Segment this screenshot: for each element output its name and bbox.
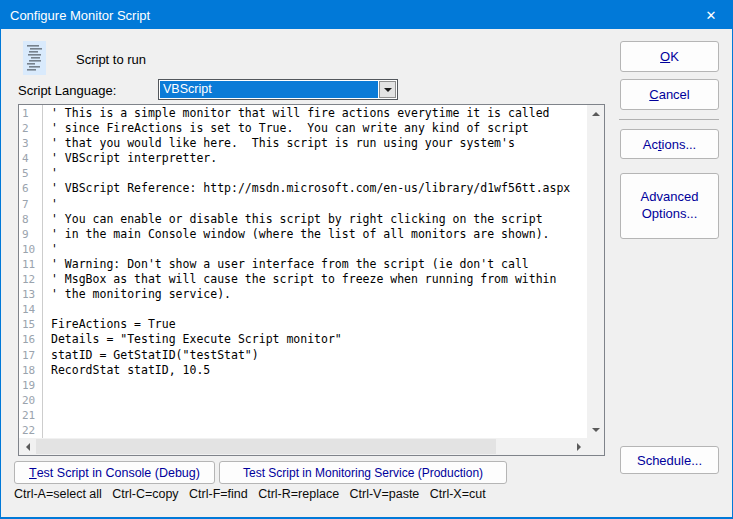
- scroll-up-icon: [592, 112, 600, 116]
- scroll-left-button[interactable]: [19, 438, 36, 455]
- scroll-right-icon: [577, 443, 581, 451]
- line-number: 18: [19, 363, 42, 378]
- horizontal-scroll-thumb[interactable]: [36, 439, 496, 454]
- line-number: 9: [19, 227, 42, 242]
- code-line: [51, 423, 587, 438]
- code-line: ' VBScript interpretter.: [51, 151, 587, 166]
- actions-button[interactable]: Actions...: [620, 129, 719, 159]
- horizontal-scrollbar[interactable]: [19, 438, 587, 455]
- line-number: 4: [19, 151, 42, 166]
- code-line: RecordStat statID, 10.5: [51, 363, 587, 378]
- line-number: 11: [19, 257, 42, 272]
- line-number: 22: [19, 423, 42, 438]
- selected-language: VBScript: [160, 81, 378, 98]
- keyboard-shortcuts-hint: Ctrl-A=select all Ctrl-C=copy Ctrl-F=fin…: [14, 487, 486, 501]
- line-number: 21: [19, 408, 42, 423]
- code-line: ' the monitoring service).: [51, 287, 587, 302]
- test-script-console-button[interactable]: Test Script in Console (Debug): [14, 461, 215, 484]
- line-number: 15: [19, 317, 42, 332]
- scrollbar-corner: [587, 438, 604, 455]
- code-lines[interactable]: ' This is a simple monitor that will fir…: [44, 105, 587, 438]
- line-number: 20: [19, 393, 42, 408]
- line-number: 2: [19, 121, 42, 136]
- code-line: Details = "Testing Execute Script monito…: [51, 332, 587, 347]
- code-line: ' in the main Console window (where the …: [51, 227, 587, 242]
- scroll-right-button[interactable]: [570, 438, 587, 455]
- code-line: ' This is a simple monitor that will fir…: [51, 106, 587, 121]
- code-line: ' You can enable or disable this script …: [51, 212, 587, 227]
- dropdown-button[interactable]: [379, 81, 396, 98]
- code-line: FireActions = True: [51, 317, 587, 332]
- script-language-label: Script Language:: [18, 83, 116, 98]
- code-line: ' since FireActions is set to True. You …: [51, 121, 587, 136]
- line-number: 14: [19, 302, 42, 317]
- vertical-scrollbar[interactable]: [587, 105, 604, 438]
- ok-button[interactable]: OK: [620, 41, 719, 72]
- script-language-select[interactable]: VBScript: [158, 79, 398, 100]
- window-title: Configure Monitor Script: [1, 8, 150, 23]
- configure-monitor-script-dialog: Configure Monitor Script ✕ Script to run…: [0, 0, 733, 519]
- scroll-left-icon: [26, 443, 30, 451]
- line-number: 16: [19, 332, 42, 347]
- line-number: 13: [19, 287, 42, 302]
- line-number: 3: [19, 136, 42, 151]
- line-number: 5: [19, 166, 42, 181]
- advanced-options-button[interactable]: Advanced Options...: [620, 173, 719, 239]
- line-number: 1: [19, 106, 42, 121]
- code-line: [51, 378, 587, 393]
- cancel-button[interactable]: Cancel: [620, 79, 719, 110]
- code-line: ': [51, 242, 587, 257]
- line-number: 6: [19, 181, 42, 196]
- script-to-run-label: Script to run: [76, 52, 146, 67]
- side-separator: [619, 119, 719, 120]
- code-line: ' VBScript Reference: http://msdn.micros…: [51, 181, 587, 196]
- line-number-gutter: 12345678910111213141516171819202122: [19, 105, 43, 438]
- script-editor[interactable]: 12345678910111213141516171819202122 ' Th…: [18, 104, 605, 456]
- line-number: 8: [19, 212, 42, 227]
- code-line: ' that you would like here. This script …: [51, 136, 587, 151]
- code-line: [51, 408, 587, 423]
- line-number: 12: [19, 272, 42, 287]
- code-line: ' Warning: Don't show a user interface f…: [51, 257, 587, 272]
- scroll-up-button[interactable]: [587, 105, 604, 122]
- code-line: [51, 393, 587, 408]
- code-line: ' MsgBox as that will cause the script t…: [51, 272, 587, 287]
- code-line: ': [51, 166, 587, 181]
- titlebar: Configure Monitor Script ✕: [1, 1, 732, 29]
- code-line: [51, 302, 587, 317]
- close-button[interactable]: ✕: [690, 1, 732, 29]
- code-line: statID = GetStatID("testStat"): [51, 348, 587, 363]
- line-number: 7: [19, 197, 42, 212]
- scroll-down-icon: [592, 428, 600, 432]
- scroll-down-button[interactable]: [587, 421, 604, 438]
- test-script-service-button[interactable]: Test Script in Monitoring Service (Produ…: [219, 461, 507, 484]
- line-number: 19: [19, 378, 42, 393]
- code-line: ': [51, 197, 587, 212]
- chevron-down-icon: [384, 88, 392, 92]
- script-icon: [23, 41, 46, 75]
- line-number: 10: [19, 242, 42, 257]
- schedule-button[interactable]: Schedule...: [620, 446, 719, 474]
- line-number: 17: [19, 348, 42, 363]
- close-icon: ✕: [706, 8, 717, 23]
